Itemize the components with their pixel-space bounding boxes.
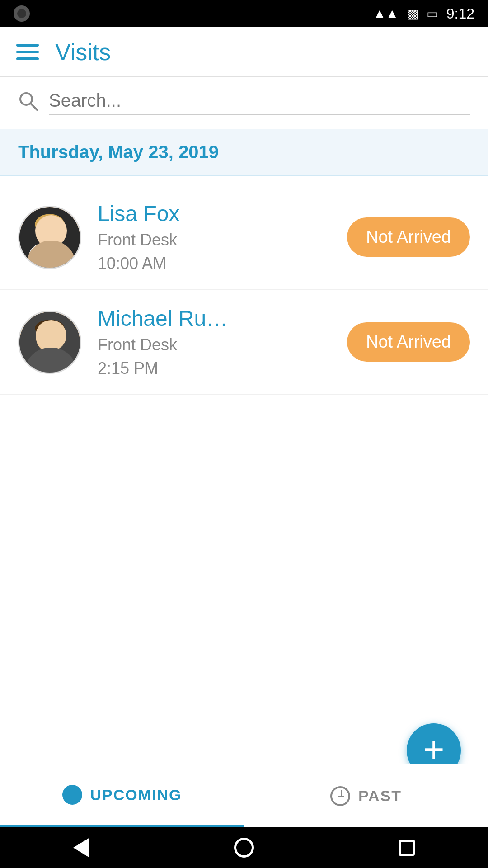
status-dot-icon	[14, 5, 30, 22]
svg-point-18	[53, 336, 57, 340]
visitor-name-1: Lisa Fox	[98, 201, 331, 226]
not-arrived-button-2[interactable]: Not Arrived	[347, 322, 470, 362]
not-arrived-button-1[interactable]: Not Arrived	[347, 217, 470, 257]
svg-point-8	[42, 230, 47, 234]
avatar-michael	[18, 311, 81, 374]
tab-upcoming[interactable]: UPCOMING	[0, 764, 244, 827]
home-button[interactable]	[233, 836, 255, 859]
svg-rect-6	[36, 222, 41, 235]
svg-point-4	[36, 217, 63, 248]
signal-icon: ▩	[407, 6, 418, 21]
svg-point-14	[35, 320, 64, 337]
system-nav-bar	[0, 827, 488, 868]
page-title: Visits	[55, 38, 111, 66]
visit-info-2: Michael Ru… Front Desk 2:15 PM	[98, 306, 331, 378]
visitor-location-2: Front Desk	[98, 335, 331, 354]
visit-item-2[interactable]: Michael Ru… Front Desk 2:15 PM Not Arriv…	[0, 290, 488, 395]
status-bar-right: ▲▲ ▩ ▭ 9:12	[373, 5, 474, 22]
plus-icon: +	[423, 731, 445, 768]
svg-point-17	[42, 336, 47, 340]
avatar-lisa	[18, 206, 81, 269]
past-clock-icon	[330, 786, 350, 806]
svg-point-11	[30, 349, 70, 374]
visit-info-1: Lisa Fox Front Desk 10:00 AM	[98, 201, 331, 273]
app-bar: Visits	[0, 27, 488, 77]
date-header: Thursday, May 23, 2019	[0, 129, 488, 176]
svg-rect-15	[36, 330, 40, 339]
search-icon	[18, 91, 38, 115]
recents-button[interactable]	[395, 836, 418, 859]
svg-rect-16	[59, 330, 64, 339]
svg-rect-10	[19, 312, 80, 373]
upcoming-dot-icon	[62, 785, 82, 805]
svg-rect-2	[19, 207, 80, 268]
svg-rect-7	[58, 222, 63, 235]
svg-line-1	[31, 104, 37, 110]
past-tab-label: PAST	[358, 787, 402, 805]
back-button[interactable]	[70, 836, 93, 859]
visit-list: Lisa Fox Front Desk 10:00 AM Not Arrived	[0, 176, 488, 764]
visitor-time-2: 2:15 PM	[98, 359, 331, 378]
status-time: 9:12	[446, 5, 474, 22]
tab-past[interactable]: PAST	[244, 764, 488, 827]
svg-point-5	[35, 214, 64, 235]
svg-rect-12	[48, 351, 52, 363]
date-text: Thursday, May 23, 2019	[18, 142, 219, 162]
upcoming-tab-label: UPCOMING	[90, 786, 182, 804]
recents-icon	[399, 840, 415, 856]
visitor-name-2: Michael Ru…	[98, 306, 331, 331]
search-bar	[0, 77, 488, 129]
bottom-nav: UPCOMING PAST	[0, 764, 488, 827]
hamburger-menu-icon[interactable]	[16, 44, 39, 60]
status-bar-left	[14, 5, 30, 22]
status-bar: ▲▲ ▩ ▭ 9:12	[0, 0, 488, 27]
svg-point-3	[29, 241, 70, 269]
visitor-location-1: Front Desk	[98, 231, 331, 250]
wifi-icon: ▲▲	[373, 6, 398, 21]
home-icon	[234, 838, 254, 858]
search-input[interactable]	[49, 90, 470, 115]
svg-point-13	[36, 322, 63, 352]
back-icon	[73, 838, 89, 858]
visit-item-1[interactable]: Lisa Fox Front Desk 10:00 AM Not Arrived	[0, 185, 488, 290]
svg-point-9	[53, 230, 57, 234]
visitor-time-1: 10:00 AM	[98, 254, 331, 273]
battery-icon: ▭	[427, 6, 438, 21]
